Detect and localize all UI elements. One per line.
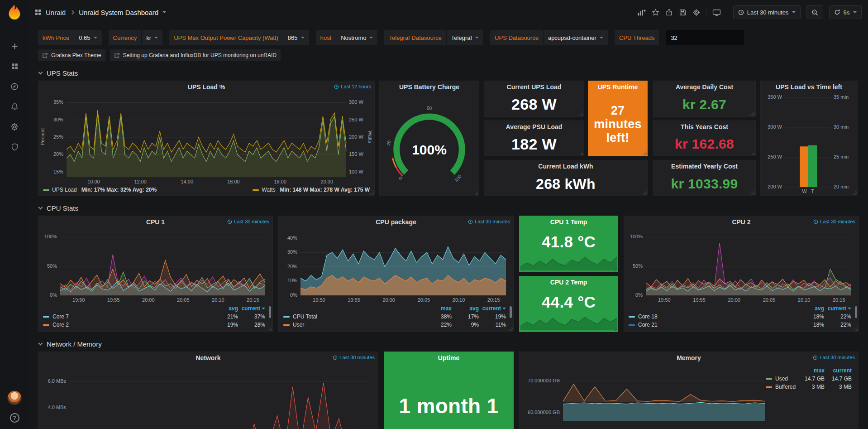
ups-vs-time-chart[interactable]: WT200 W250 W300 W350 W20 min25 min30 min… (762, 94, 856, 196)
panel-cpu1-temp: CPU 1 Temp 41.8 °C (519, 216, 618, 272)
legend-value: 9% (452, 322, 479, 328)
dashboard-title[interactable]: Unraid System Dashboard (79, 9, 158, 16)
ups-stats-row: UPS Load % Last 12 hours 15%20%25%30%35%… (38, 81, 859, 196)
help-icon[interactable]: ? (10, 413, 19, 423)
legend-series-name[interactable]: Core 7 (43, 313, 211, 320)
cpu1-chart[interactable]: 0%50%100%19:5019:5520:0020:0520:1020:15 (39, 229, 272, 304)
panel-title[interactable]: Network (38, 352, 378, 364)
legend-sort-header[interactable]: current (238, 305, 265, 312)
panel-title[interactable]: Current UPS Load (484, 81, 584, 93)
variable-value-dropdown[interactable]: 0.65 (74, 30, 101, 45)
legend-sort-header[interactable]: avg (797, 305, 824, 312)
alerting-bell-icon[interactable] (11, 103, 19, 111)
cpu2-chart[interactable]: 0%50%100%19:5019:5520:0020:0520:1020:15 (625, 229, 858, 304)
section-header-ups-stats[interactable]: UPS Stats (39, 69, 859, 77)
panel-time-range[interactable]: Last 30 minutes (227, 219, 269, 224)
panel-title[interactable]: Average PSU Load (484, 121, 584, 133)
panel-title[interactable]: Memory (520, 352, 858, 364)
legend-entry[interactable]: UPS LoadMin: 17% Max: 32% Avg: 20% (43, 187, 157, 193)
panel-title[interactable]: CPU 2 Temp (520, 276, 618, 288)
panel-title[interactable]: Uptime (384, 352, 513, 364)
legend-sort-header[interactable]: max (424, 305, 452, 312)
panel-title[interactable]: UPS Battery Charge (380, 81, 479, 93)
legend-series-name[interactable]: Buffered (766, 384, 797, 390)
cpu-threads-input[interactable] (666, 30, 744, 45)
share-icon[interactable] (665, 9, 673, 16)
panel-ups-runtime: UPS Runtime 27 minutes left! (588, 81, 648, 156)
legend-value: 14.7 GB (797, 376, 825, 382)
panel-title[interactable]: Estimated Yearly Cost (653, 160, 755, 172)
panel-title[interactable]: Average Daily Cost (653, 81, 755, 93)
section-header-network-memory[interactable]: Network / Memory (39, 340, 859, 348)
panel-time-range[interactable]: Last 30 minutes (333, 355, 375, 360)
variable-value-dropdown[interactable]: Nostromo (336, 30, 377, 45)
breadcrumb-folder[interactable]: Unraid (46, 9, 66, 16)
ups-load-chart[interactable]: 15%20%25%30%35%100 W150 W200 W250 W300 W… (39, 94, 373, 186)
panel-ups-load-graph: UPS Load % Last 12 hours 15%20%25%30%35%… (38, 81, 375, 196)
stat-value: 1 month 1 (399, 394, 499, 418)
panel-title[interactable]: CPU 1 Temp (520, 216, 618, 228)
legend-series-name[interactable]: Core 18 (629, 313, 797, 320)
create-plus-icon[interactable] (11, 43, 19, 50)
save-icon[interactable] (679, 9, 687, 16)
panel-title[interactable]: UPS Load % (38, 81, 374, 93)
explore-compass-icon[interactable] (10, 82, 19, 91)
time-range-label: Last 30 minutes (747, 9, 789, 16)
panel-time-range[interactable]: Last 12 hours (334, 84, 371, 89)
apps-grid-icon (34, 9, 42, 16)
refresh-picker[interactable]: 5s (829, 5, 862, 19)
server-admin-shield-icon[interactable] (11, 143, 19, 151)
zoom-out-icon (811, 9, 818, 16)
legend-entry[interactable]: WattsMin: 148 W Max: 278 W Avg: 175 W (253, 187, 370, 193)
network-chart[interactable]: 2.0 MBs4.0 MBs6.0 MBs (39, 365, 377, 429)
battery-gauge[interactable]: 02050100100% (380, 93, 479, 196)
configuration-gear-icon[interactable] (10, 123, 19, 131)
user-avatar[interactable] (7, 390, 22, 405)
add-panel-icon[interactable] (637, 9, 646, 16)
legend-sort-header[interactable]: max (797, 367, 825, 374)
panel-time-range[interactable]: Last 30 minutes (468, 219, 510, 224)
panel-title[interactable]: UPS Load vs Time left (761, 81, 857, 93)
legend-series-name[interactable]: Used (766, 376, 797, 382)
variable-value-dropdown[interactable]: Telegraf (447, 30, 483, 45)
variable-value-dropdown[interactable]: apcupsd-container (544, 30, 608, 45)
star-icon[interactable] (652, 9, 659, 16)
legend-sort-header[interactable]: current (479, 305, 506, 312)
legend-series-name[interactable]: Core 2 (43, 322, 211, 328)
grafana-logo-icon[interactable] (6, 4, 23, 21)
external-link-icon (114, 53, 120, 58)
dashboard-link-plex-theme[interactable]: Grafana Plex Theme (38, 49, 105, 61)
panel-cpu-package: CPU package Last 30 minutes 0%10%20%30%4… (278, 216, 514, 332)
dashboards-icon[interactable] (11, 63, 19, 70)
panel-time-range[interactable]: Last 30 minutes (813, 355, 855, 360)
legend-sort-header[interactable]: avg (211, 305, 238, 312)
panel-title[interactable]: Current Load kWh (484, 160, 647, 172)
chart-legend: maxcurrentUsed14.7 GB14.7 GBBuffered3 MB… (766, 366, 854, 391)
legend-series-name[interactable]: CPU Total (283, 313, 424, 320)
cpu-package-chart[interactable]: 0%10%20%30%40%19:5019:5520:0020:0520:102… (280, 229, 512, 304)
zoom-out-button[interactable] (806, 5, 823, 19)
legend-sort-header[interactable]: current (824, 305, 851, 312)
panel-time-range[interactable]: Last 30 minutes (813, 219, 855, 224)
legend-series-color (253, 189, 259, 191)
legend-sort-header[interactable]: avg (452, 305, 479, 312)
legend-value: 3 MB (797, 384, 825, 390)
variable-value-dropdown[interactable]: kr (142, 30, 162, 45)
chart-legend: avgcurrentCore 721%37%Core 219%28% (38, 304, 272, 332)
time-range-picker[interactable]: Last 30 minutes (733, 5, 801, 19)
section-header-cpu-stats[interactable]: CPU Stats (39, 204, 859, 212)
variable-value-dropdown[interactable]: 865 (283, 30, 309, 45)
cycle-view-monitor-icon[interactable] (712, 9, 721, 16)
variable-label: Telegraf Datasource (384, 30, 446, 45)
legend-series-name[interactable]: User (283, 322, 424, 328)
title-caret-icon[interactable] (162, 11, 166, 13)
settings-gear-icon[interactable] (692, 9, 700, 16)
legend-sort-header[interactable]: current (825, 367, 852, 374)
legend-value: 19% (211, 322, 238, 328)
variable-telegraf-datasource: Telegraf Datasource Telegraf (384, 30, 483, 45)
panel-title[interactable]: This Years Cost (653, 121, 755, 133)
legend-series-name[interactable]: Core 21 (629, 322, 797, 328)
dashboard-link-ups-monitoring[interactable]: Setting up Grafana and InfluxDB for UPS … (110, 49, 281, 61)
panel-title[interactable]: UPS Runtime (588, 81, 647, 93)
stat-value: 27 minutes left! (588, 104, 647, 145)
